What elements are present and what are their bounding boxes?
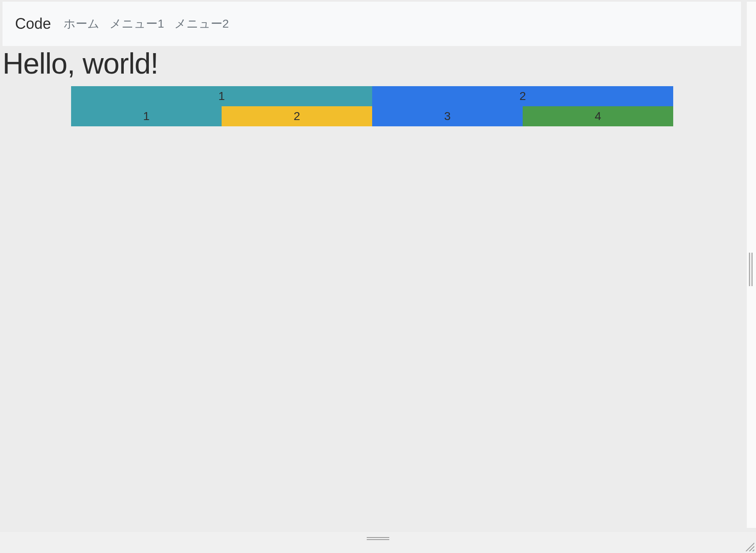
grid-cell-r2-c2: 2	[222, 106, 372, 126]
grid-cell-r2-c1: 1	[71, 106, 222, 126]
navbar-brand[interactable]: Code	[15, 15, 51, 33]
page-heading: Hello, world!	[3, 47, 741, 80]
grid-cell-r2-c3: 3	[372, 106, 523, 126]
grid-cell-r1-c2: 2	[372, 86, 673, 106]
nav-link-menu2[interactable]: メニュー2	[174, 16, 229, 32]
page-container: Code ホーム メニュー1 メニュー2 Hello, world! 1 2 1…	[3, 2, 741, 528]
bottom-resize-handle[interactable]	[367, 537, 389, 541]
grid-row-2: 1 2 3 4	[71, 106, 673, 126]
nav-link-home[interactable]: ホーム	[64, 16, 100, 32]
corner-resize-handle[interactable]	[744, 541, 754, 551]
navbar: Code ホーム メニュー1 メニュー2	[3, 2, 741, 46]
bottom-panel	[0, 532, 756, 553]
vertical-scrollbar[interactable]	[747, 2, 756, 528]
grid-row-1: 1 2	[71, 86, 673, 106]
svg-line-2	[753, 550, 754, 551]
grid-container: 1 2 1 2 3 4	[71, 86, 673, 126]
navbar-links: ホーム メニュー1 メニュー2	[64, 16, 229, 32]
grid-cell-r1-c1: 1	[71, 86, 372, 106]
grid-cell-r2-c4: 4	[523, 106, 673, 126]
scrollbar-thumb[interactable]	[748, 253, 753, 286]
nav-link-menu1[interactable]: メニュー1	[110, 16, 164, 32]
